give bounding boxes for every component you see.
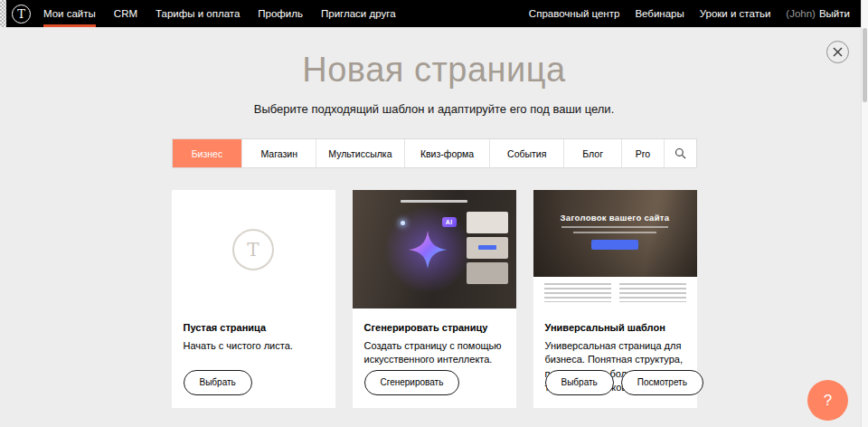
view-universal-button[interactable]: Посмотреть	[621, 370, 703, 395]
help-button[interactable]: ?	[807, 380, 848, 421]
preview-blue-button	[478, 245, 496, 250]
tab-search[interactable]	[664, 139, 696, 167]
card-body: Сгенерировать страницу Создать страницу …	[353, 308, 516, 367]
nav-invite-friend[interactable]: Пригласи друга	[321, 0, 396, 27]
nav-my-sites[interactable]: Мои сайты	[43, 0, 96, 27]
user-name: (John)	[786, 8, 816, 19]
preview-title-placeholder	[401, 200, 467, 203]
choose-universal-button[interactable]: Выбрать	[545, 370, 614, 395]
scrollbar-thumb[interactable]	[863, 28, 867, 102]
nav-webinars[interactable]: Вебинары	[635, 0, 684, 27]
secondary-nav: Справочный центр Вебинары Уроки и статьи…	[514, 0, 850, 27]
tilda-mark-icon: T	[232, 229, 274, 270]
tab-business[interactable]: Бизнес	[173, 139, 242, 167]
card-actions: Выбрать	[184, 370, 252, 395]
close-button[interactable]	[826, 41, 849, 63]
new-page-dialog: Новая страница Выберите подходящий шабло…	[0, 51, 868, 427]
card-description: Начать с чистого листа.	[184, 339, 324, 353]
logout-link[interactable]: Выйти	[819, 8, 850, 19]
search-icon	[675, 147, 686, 159]
preview-text-section	[533, 277, 697, 308]
template-card-universal: Заголовок вашего сайта Универсальный шаб…	[533, 190, 697, 408]
tilda-logo-letter: T	[17, 8, 25, 20]
ai-sparkle-icon	[407, 229, 448, 270]
template-grid: T Пустая страница Начать с чистого листа…	[172, 190, 697, 408]
template-card-ai-generate: AI Сгенерировать страницу Создать страни…	[353, 190, 516, 408]
tab-multilink[interactable]: Мультиссылка	[316, 139, 404, 167]
card-title: Сгенерировать страницу	[364, 322, 505, 333]
preview-text-column	[619, 283, 686, 302]
tab-events[interactable]: События	[489, 139, 563, 167]
window-edge-texture	[0, 0, 6, 27]
choose-blank-button[interactable]: Выбрать	[184, 370, 252, 395]
main-nav: Мои сайты CRM Тарифы и оплата Профиль Пр…	[43, 0, 414, 27]
preview-text-column	[544, 283, 611, 302]
ai-badge: AI	[442, 217, 457, 227]
preview-cta-button	[591, 240, 638, 250]
template-category-tabs: Бизнес Магазин Мультиссылка Квиз-форма С…	[172, 138, 697, 168]
preview-text-placeholder	[573, 232, 656, 233]
preview-text-placeholder	[561, 226, 668, 228]
ai-generate-preview[interactable]: AI	[353, 190, 516, 308]
preview-panel	[467, 212, 508, 233]
nav-profile[interactable]: Профиль	[258, 0, 303, 27]
blank-page-preview[interactable]: T	[172, 190, 335, 308]
card-title: Пустая страница	[184, 322, 324, 333]
card-body: Пустая страница Начать с чистого листа.	[172, 308, 335, 353]
card-description: Создать страницу с помощью искусственног…	[364, 339, 505, 367]
preview-panel	[467, 262, 508, 284]
tab-pro[interactable]: Pro	[621, 139, 663, 167]
topbar: T Мои сайты CRM Тарифы и оплата Профиль …	[0, 0, 868, 27]
universal-template-preview[interactable]: Заголовок вашего сайта	[533, 190, 697, 308]
page-title: Новая страница	[0, 51, 868, 90]
close-icon	[833, 47, 843, 57]
nav-help-center[interactable]: Справочный центр	[529, 0, 620, 27]
user-logout[interactable]: (John)Выйти	[786, 0, 850, 27]
tab-shop[interactable]: Магазин	[241, 139, 316, 167]
generate-button[interactable]: Сгенерировать	[364, 370, 460, 395]
preview-hero: Заголовок вашего сайта	[533, 190, 697, 277]
tilda-mark-letter: T	[247, 239, 259, 261]
nav-tariffs[interactable]: Тарифы и оплата	[156, 0, 240, 27]
nav-lessons[interactable]: Уроки и статьи	[700, 0, 771, 27]
tilda-logo[interactable]: T	[12, 5, 31, 24]
scrollbar[interactable]	[861, 0, 868, 427]
tab-quiz-form[interactable]: Квиз-форма	[404, 139, 490, 167]
template-card-blank: T Пустая страница Начать с чистого листа…	[172, 190, 335, 408]
preview-hero-heading: Заголовок вашего сайта	[533, 190, 697, 223]
card-actions: Сгенерировать	[364, 370, 460, 395]
sparkle-dot	[401, 221, 405, 225]
card-title: Универсальный шаблон	[545, 322, 685, 333]
nav-crm[interactable]: CRM	[114, 0, 137, 27]
card-actions: Выбрать Посмотреть	[545, 370, 703, 395]
help-button-label: ?	[824, 392, 832, 410]
tab-blog[interactable]: Блог	[563, 139, 621, 167]
page-subtitle: Выберите подходящий шаблон и адаптируйте…	[0, 102, 868, 116]
